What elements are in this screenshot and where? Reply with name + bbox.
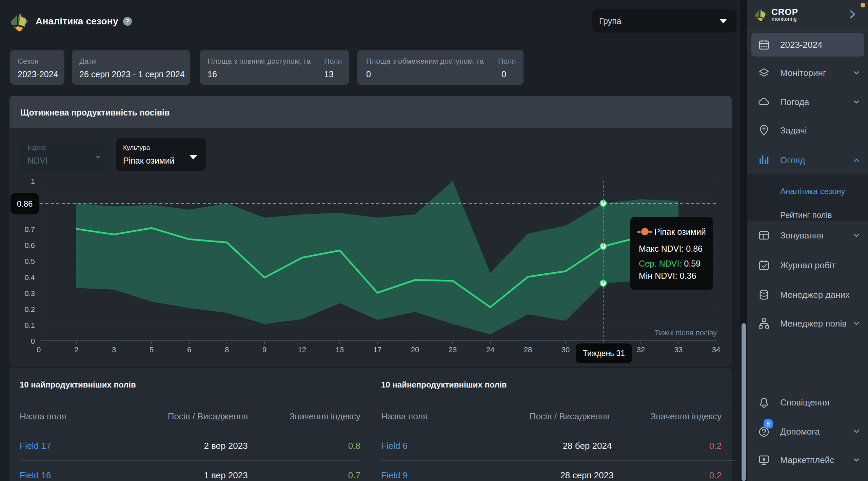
svg-text:34: 34 bbox=[712, 346, 720, 354]
svg-text:24: 24 bbox=[486, 346, 494, 354]
svg-text:20: 20 bbox=[411, 346, 419, 354]
svg-text:8: 8 bbox=[225, 346, 229, 354]
svg-text:33: 33 bbox=[674, 346, 683, 354]
svg-text:30: 30 bbox=[561, 346, 570, 354]
svg-text:0.3: 0.3 bbox=[24, 289, 35, 298]
svg-text:9: 9 bbox=[262, 346, 267, 354]
svg-text:0: 0 bbox=[37, 346, 41, 354]
svg-text:3: 3 bbox=[112, 346, 116, 354]
svg-text:0.1: 0.1 bbox=[24, 321, 35, 330]
svg-text:17: 17 bbox=[373, 346, 381, 354]
svg-text:0: 0 bbox=[31, 337, 35, 346]
svg-text:12: 12 bbox=[298, 346, 306, 354]
svg-text:Тижні після посіву: Тижні після посіву bbox=[654, 329, 717, 337]
svg-text:32: 32 bbox=[637, 346, 645, 354]
svg-text:0.7: 0.7 bbox=[24, 225, 35, 234]
svg-text:23: 23 bbox=[449, 346, 457, 354]
svg-text:1: 1 bbox=[31, 177, 35, 186]
svg-text:0.4: 0.4 bbox=[24, 273, 35, 282]
svg-text:5: 5 bbox=[150, 346, 154, 354]
svg-text:28: 28 bbox=[524, 346, 532, 354]
svg-text:2: 2 bbox=[74, 346, 78, 354]
svg-text:0.2: 0.2 bbox=[24, 305, 35, 314]
svg-text:13: 13 bbox=[336, 346, 344, 354]
svg-text:0.6: 0.6 bbox=[24, 241, 35, 250]
svg-text:6: 6 bbox=[187, 346, 191, 354]
svg-text:0.5: 0.5 bbox=[24, 257, 35, 266]
